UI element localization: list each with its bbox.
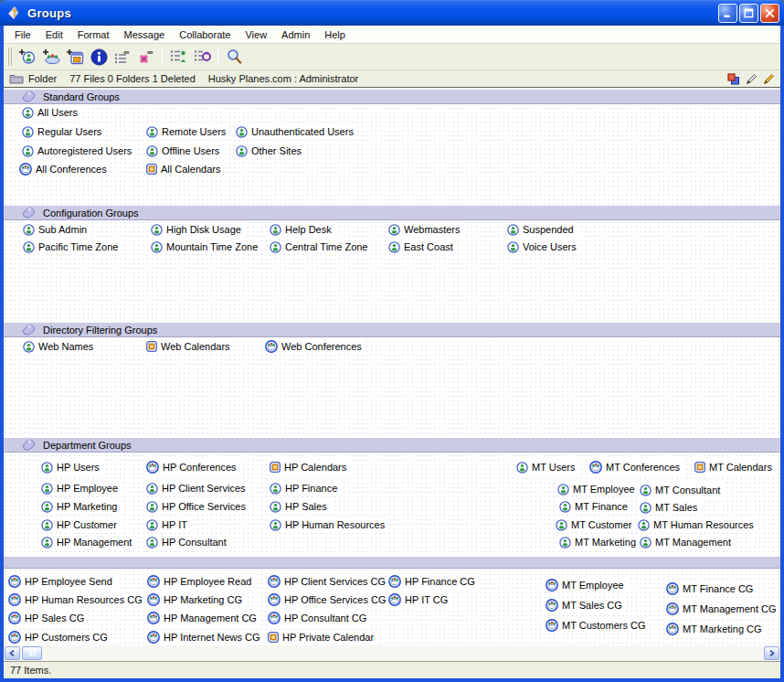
group-item-mt-sales[interactable]: MT Sales — [639, 500, 701, 515]
group-item-mt-management-cg[interactable]: MT Management CG — [665, 602, 780, 616]
group-item-hp-sales-cg[interactable]: HP Sales CG — [7, 611, 88, 625]
user-group-icon — [22, 107, 34, 119]
group-item-mt-marketing-cg[interactable]: MT Marketing CG — [665, 622, 766, 636]
group-item-central-time-zone[interactable]: Central Time Zone — [269, 240, 371, 254]
group-item-webmasters[interactable]: Webmasters — [387, 222, 464, 237]
group-item-hp-sales[interactable]: HP Sales — [269, 499, 331, 514]
group-item-hp-client-services[interactable]: HP Client Services — [145, 481, 249, 496]
group-item-hp-it-cg[interactable]: HP IT CG — [387, 592, 451, 607]
group-item-mt-sales-cg[interactable]: MT Sales CG — [545, 598, 626, 613]
menu-item-help[interactable]: Help — [317, 27, 353, 42]
group-item-hp-it[interactable]: HP IT — [145, 517, 191, 532]
group-item-other-sites[interactable]: Other Sites — [235, 144, 305, 158]
group-item-mt-consultant[interactable]: MT Consultant — [639, 483, 724, 497]
group-item-mountain-time-zone[interactable]: Mountain Time Zone — [150, 240, 261, 254]
group-item-hp-management-cg[interactable]: HP Management CG — [146, 611, 260, 625]
group-item-hp-users[interactable]: HP Users — [40, 460, 103, 474]
group-item-label: HP Management CG — [164, 613, 257, 623]
maximize-button[interactable] — [739, 4, 758, 23]
group-item-regular-users[interactable]: Regular Users — [21, 124, 105, 139]
group-item-mt-calendars[interactable]: MT Calendars — [694, 460, 776, 474]
group-item-hp-consultant-cg[interactable]: HP Consultant CG — [267, 611, 370, 625]
group-item-hp-employee-read[interactable]: HP Employee Read — [146, 574, 255, 589]
group-item-remote-users[interactable]: Remote Users — [145, 124, 229, 139]
close-button[interactable] — [760, 4, 779, 23]
group-item-hp-customer[interactable]: HP Customer — [40, 517, 121, 532]
group-item-mt-human-resources[interactable]: MT Human Resources — [637, 517, 758, 532]
group-item-hp-consultant[interactable]: HP Consultant — [145, 535, 230, 549]
group-item-hp-employee-send[interactable]: HP Employee Send — [7, 574, 116, 589]
group-item-mt-employee[interactable]: MT Employee — [545, 578, 628, 592]
group-item-web-conferences[interactable]: Web Conferences — [264, 339, 366, 354]
list-refresh-button[interactable] — [190, 46, 214, 68]
group-item-hp-human-resources[interactable]: HP Human Resources — [269, 517, 388, 532]
user-group-icon — [507, 224, 519, 236]
group-item-help-desk[interactable]: Help Desk — [269, 222, 335, 237]
menu-item-admin[interactable]: Admin — [274, 27, 317, 42]
group-item-offline-users[interactable]: Offline Users — [145, 144, 223, 158]
group-item-suspended[interactable]: Suspended — [506, 222, 577, 237]
group-item-hp-marketing-cg[interactable]: HP Marketing CG — [146, 592, 246, 607]
group-item-hp-office-services-cg[interactable]: HP Office Services CG — [267, 592, 389, 607]
group-item-hp-customers-cg[interactable]: HP Customers CG — [7, 630, 111, 645]
group-item-hp-employee[interactable]: HP Employee — [40, 481, 122, 496]
pencil-icon[interactable] — [746, 73, 758, 85]
add-group-button[interactable] — [16, 46, 39, 68]
group-item-mt-customer[interactable]: MT Customer — [555, 517, 635, 532]
group-item-east-coast[interactable]: East Coast — [387, 240, 457, 254]
group-item-sub-admin[interactable]: Sub Admin — [22, 222, 90, 237]
group-item-all-users[interactable]: All Users — [21, 105, 81, 120]
group-item-unauthenticated-users[interactable]: Unauthenticated Users — [235, 124, 357, 139]
toolbar-gripper[interactable] — [7, 48, 12, 66]
group-item-web-calendars[interactable]: Web Calendars — [145, 339, 234, 354]
group-item-mt-finance[interactable]: MT Finance — [558, 499, 631, 514]
horizontal-scrollbar[interactable] — [4, 645, 780, 661]
user-group-icon — [22, 126, 34, 138]
add-calendar-button[interactable] — [63, 46, 87, 68]
group-item-all-calendars[interactable]: All Calendars — [145, 162, 224, 176]
group-item-hp-calendars[interactable]: HP Calendars — [269, 460, 350, 474]
menu-item-message[interactable]: Message — [117, 27, 173, 42]
add-conference-button[interactable] — [39, 46, 63, 68]
group-item-pacific-time-zone[interactable]: Pacific Time Zone — [22, 240, 122, 254]
group-item-mt-customers-cg[interactable]: MT Customers CG — [545, 618, 649, 633]
scrollbar-thumb[interactable] — [22, 646, 42, 660]
info-button[interactable] — [87, 46, 111, 68]
group-item-mt-management[interactable]: MT Management — [639, 535, 735, 549]
group-item-hp-finance-cg[interactable]: HP Finance CG — [387, 574, 479, 589]
menu-item-format[interactable]: Format — [70, 27, 117, 42]
group-item-hp-office-services[interactable]: HP Office Services — [145, 499, 249, 514]
group-item-high-disk-usage[interactable]: High Disk Usage — [150, 222, 245, 237]
menu-item-edit[interactable]: Edit — [38, 27, 70, 42]
group-item-voice-users[interactable]: Voice Users — [506, 240, 580, 254]
group-item-hp-internet-news-cg[interactable]: HP Internet News CG — [146, 630, 264, 645]
group-item-hp-client-services-cg[interactable]: HP Client Services CG — [267, 574, 389, 589]
gold-pencil-icon[interactable] — [763, 73, 775, 85]
minimize-button[interactable] — [718, 4, 737, 23]
group-item-hp-conferences[interactable]: HP Conferences — [145, 460, 240, 474]
group-item-mt-conferences[interactable]: MT Conferences — [588, 460, 683, 474]
group-item-autoregistered-users[interactable]: Autoregistered Users — [21, 144, 135, 158]
layers-icon[interactable] — [727, 73, 740, 85]
group-item-hp-marketing[interactable]: HP Marketing — [40, 499, 121, 514]
menu-item-view[interactable]: View — [238, 27, 274, 42]
scroll-right-button[interactable] — [764, 646, 779, 660]
group-item-mt-finance-cg[interactable]: MT Finance CG — [665, 581, 757, 596]
menu-item-collaborate[interactable]: Collaborate — [172, 27, 238, 42]
group-item-web-names[interactable]: Web Names — [22, 339, 97, 354]
group-item-label: Offline Users — [162, 145, 219, 156]
group-item-mt-users[interactable]: MT Users — [515, 460, 578, 474]
group-item-hp-finance[interactable]: HP Finance — [269, 481, 341, 496]
group-item-hp-management[interactable]: HP Management — [40, 535, 135, 549]
group-item-hp-human-resources-cg[interactable]: HP Human Resources CG — [7, 592, 146, 607]
group-item-hp-private-calendar[interactable]: HP Private Calendar — [267, 630, 377, 645]
list-infinity-button[interactable]: ∞ — [111, 46, 134, 68]
flower-infinity-button[interactable]: ∞ — [134, 46, 158, 68]
group-item-all-conferences[interactable]: All Conferences — [18, 162, 111, 176]
group-item-mt-employee[interactable]: MT Employee — [556, 482, 639, 496]
menu-item-file[interactable]: File — [7, 27, 38, 42]
list-person-button[interactable] — [166, 46, 190, 68]
group-item-mt-marketing[interactable]: MT Marketing — [558, 535, 640, 549]
scroll-left-button[interactable] — [5, 646, 20, 660]
search-button[interactable] — [222, 46, 246, 68]
